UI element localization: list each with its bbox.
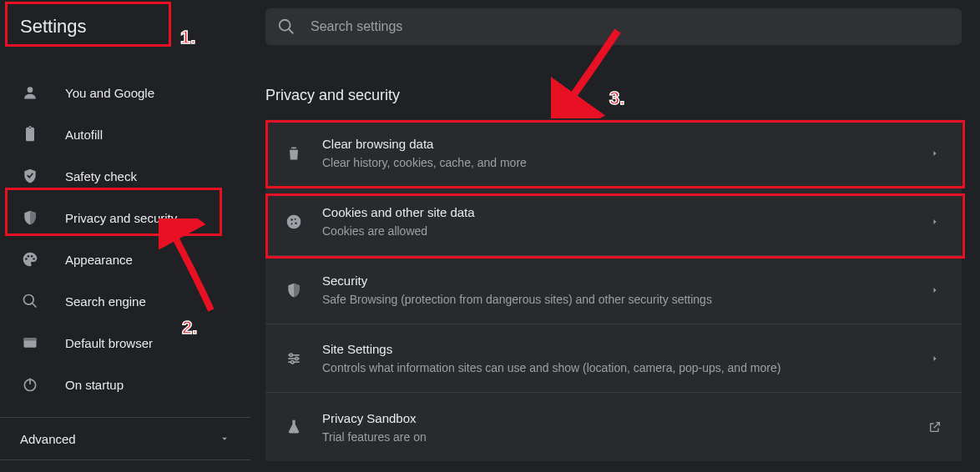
chevron-right-icon [927,213,943,230]
search-input[interactable] [311,19,950,34]
sidebar-item-label: Privacy and security [65,211,177,225]
main: Privacy and security Clear browsing data… [250,0,980,472]
chevron-right-icon [927,350,943,367]
svg-point-5 [24,295,34,305]
external-link-icon [927,419,943,435]
cookie-icon [284,212,304,232]
svg-point-17 [291,223,293,224]
sidebar-item-privacy-security[interactable]: Privacy and security [0,197,250,239]
search-bar[interactable] [265,8,962,45]
row-security[interactable]: Security Safe Browsing (protection from … [265,256,962,324]
row-subtitle: Safe Browsing (protection from dangerous… [322,293,927,306]
sidebar-item-label: Appearance [65,253,133,267]
sidebar-item-on-startup[interactable]: On startup [0,364,250,405]
sidebar-items: You and Google Autofill Safety check Pri… [0,53,250,405]
svg-point-2 [28,255,30,258]
advanced-label: Advanced [20,432,76,446]
sidebar: Settings You and Google Autofill Safety … [0,0,250,472]
svg-point-22 [296,357,298,359]
flask-icon [284,417,304,437]
sidebar-item-label: Safety check [65,169,137,183]
sidebar-item-default-browser[interactable]: Default browser [0,322,250,364]
power-icon [20,374,40,394]
row-title: Security [322,274,927,288]
settings-title-text: Settings [20,16,87,38]
svg-line-6 [33,304,37,308]
svg-line-12 [289,29,294,34]
person-icon [20,83,40,103]
shield-icon [20,208,40,228]
shield-icon [284,280,304,300]
chevron-down-icon [219,433,230,444]
svg-point-3 [31,255,33,258]
row-title: Clear browsing data [322,137,927,151]
search-icon [277,18,296,36]
clipboard-icon [20,124,40,144]
page-title: Settings [0,0,250,53]
svg-rect-8 [24,338,37,340]
row-site-settings[interactable]: Site Settings Controls what information … [265,324,962,393]
sliders-icon [284,349,304,369]
browser-icon [20,333,40,353]
row-cookies[interactable]: Cookies and other site data Cookies are … [265,188,962,256]
sidebar-item-autofill[interactable]: Autofill [0,113,250,155]
row-subtitle: Controls what information sites can use … [322,361,927,374]
sidebar-advanced-toggle[interactable]: Advanced [0,417,250,460]
chevron-right-icon [927,282,943,299]
row-subtitle: Cookies are allowed [322,224,927,238]
svg-point-13 [287,214,301,228]
sidebar-item-label: Autofill [65,128,103,142]
row-title: Cookies and other site data [322,205,927,219]
row-subtitle: Trial features are on [322,430,927,444]
sidebar-item-label: Default browser [65,336,153,350]
sidebar-item-label: You and Google [65,86,154,100]
row-title: Site Settings [322,342,927,356]
row-title: Privacy Sandbox [322,411,927,425]
search-icon [20,291,40,311]
svg-point-16 [295,222,297,224]
settings-rows: Clear browsing data Clear history, cooki… [265,119,962,461]
svg-point-0 [28,87,33,93]
sidebar-item-label: On startup [65,378,124,392]
svg-point-4 [33,258,35,260]
svg-point-15 [295,218,296,219]
row-privacy-sandbox[interactable]: Privacy Sandbox Trial features are on [265,393,962,461]
palette-icon [20,249,40,269]
svg-point-14 [290,218,293,221]
svg-point-23 [291,360,294,363]
svg-point-11 [280,20,290,31]
row-subtitle: Clear history, cookies, cache, and more [322,156,927,169]
svg-point-21 [290,354,292,356]
shield-check-icon [20,166,40,186]
sidebar-item-appearance[interactable]: Appearance [0,239,250,280]
trash-icon [284,143,304,163]
svg-point-1 [25,258,28,260]
row-clear-browsing-data[interactable]: Clear browsing data Clear history, cooki… [265,119,962,188]
sidebar-item-search-engine[interactable]: Search engine [0,280,250,322]
sidebar-item-safety-check[interactable]: Safety check [0,155,250,197]
chevron-right-icon [927,145,943,162]
section-title: Privacy and security [265,87,968,104]
sidebar-item-label: Search engine [65,294,146,309]
sidebar-item-you-and-google[interactable]: You and Google [0,72,250,113]
